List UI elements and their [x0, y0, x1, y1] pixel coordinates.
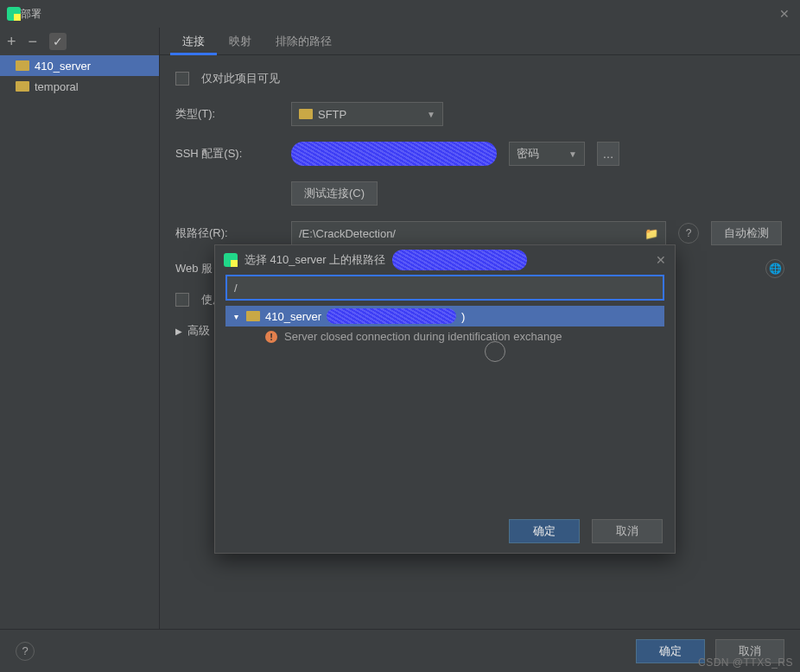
tree-node-410-server[interactable]: ▾ 410_server ) — [225, 306, 664, 326]
help-icon[interactable]: ? — [678, 223, 699, 244]
close-icon[interactable]: ✕ — [779, 7, 790, 21]
side-panel: + − ✓ 410_server temporal — [0, 28, 160, 672]
window-title: 部署 — [21, 7, 41, 22]
remove-button[interactable]: − — [29, 34, 38, 49]
ssh-more-button[interactable]: … — [597, 142, 619, 166]
chevron-down-icon: ▼ — [568, 149, 577, 159]
sidebar-item-label: temporal — [35, 80, 79, 93]
error-row: ! Server closed connection during identi… — [225, 330, 664, 343]
autodetect-button[interactable]: 自动检测 — [711, 221, 782, 245]
test-connection-button[interactable]: 测试连接(C) — [291, 181, 378, 206]
server-list: 410_server temporal — [0, 55, 159, 672]
redacted-ssh-config — [291, 142, 497, 166]
app-logo-icon — [7, 7, 21, 21]
choose-root-dialog: 选择 410_server 上的根路径 ✕ / ▾ 410_server ) !… — [214, 244, 676, 554]
path-input[interactable]: / — [225, 275, 664, 301]
titlebar: 部署 ✕ — [0, 0, 800, 28]
chevron-down-icon: ▾ — [231, 312, 241, 321]
help-icon[interactable]: ? — [16, 642, 35, 661]
watermark: CSDN @TTXS_RS — [698, 656, 793, 669]
sftp-icon — [16, 60, 29, 71]
add-button[interactable]: + — [7, 34, 16, 49]
ok-button[interactable]: 确定 — [636, 639, 705, 663]
dialog-footer: 确定 取消 — [215, 510, 675, 553]
visible-only-label: 仅对此项目可见 — [201, 71, 280, 86]
redacted-host — [392, 250, 527, 270]
app-logo-icon — [224, 253, 238, 267]
apply-button[interactable]: ✓ — [49, 33, 67, 50]
chevron-down-icon: ▼ — [427, 110, 435, 119]
dialog-ok-button[interactable]: 确定 — [509, 519, 580, 543]
folder-icon[interactable]: 📁 — [644, 227, 658, 240]
visible-only-checkbox[interactable] — [175, 72, 189, 86]
sidebar-item-410-server[interactable]: 410_server — [0, 55, 159, 76]
close-icon[interactable]: ✕ — [656, 253, 666, 267]
sidebar-item-temporal[interactable]: temporal — [0, 76, 159, 97]
sftp-icon — [299, 109, 313, 119]
remote-tree: ▾ 410_server ) ! Server closed connectio… — [225, 306, 664, 343]
tab-connection[interactable]: 连接 — [170, 28, 217, 54]
type-label: 类型(T): — [175, 106, 279, 122]
error-icon: ! — [265, 331, 277, 343]
tab-bar: 连接 映射 排除的路径 — [160, 28, 800, 55]
sidebar-item-label: 410_server — [35, 60, 91, 73]
error-message: Server closed connection during identifi… — [284, 330, 562, 343]
globe-icon[interactable]: 🌐 — [765, 259, 784, 278]
type-select[interactable]: SFTP ▼ — [291, 102, 443, 126]
use-checkbox[interactable] — [175, 293, 189, 307]
tab-excluded[interactable]: 排除的路径 — [263, 28, 344, 54]
sftp-icon — [246, 311, 260, 321]
ssh-label: SSH 配置(S): — [175, 146, 279, 162]
sftp-icon — [16, 81, 29, 92]
tab-mapping[interactable]: 映射 — [217, 28, 263, 54]
root-path-input[interactable]: /E:\CrackDetection/ 📁 — [291, 221, 666, 245]
redacted-host — [327, 308, 456, 324]
root-path-label: 根路径(R): — [175, 225, 279, 241]
side-toolbar: + − ✓ — [0, 28, 159, 55]
dialog-cancel-button[interactable]: 取消 — [592, 519, 663, 543]
ssh-auth-select[interactable]: 密码 ▼ — [509, 142, 585, 166]
advanced-expander[interactable]: ▶ 高级 — [175, 323, 210, 339]
dialog-titlebar: 选择 410_server 上的根路径 ✕ — [215, 245, 675, 275]
main-footer: ? 确定 取消 — [0, 629, 800, 672]
dialog-title: 选择 410_server 上的根路径 — [244, 252, 385, 268]
chevron-right-icon: ▶ — [175, 326, 182, 336]
